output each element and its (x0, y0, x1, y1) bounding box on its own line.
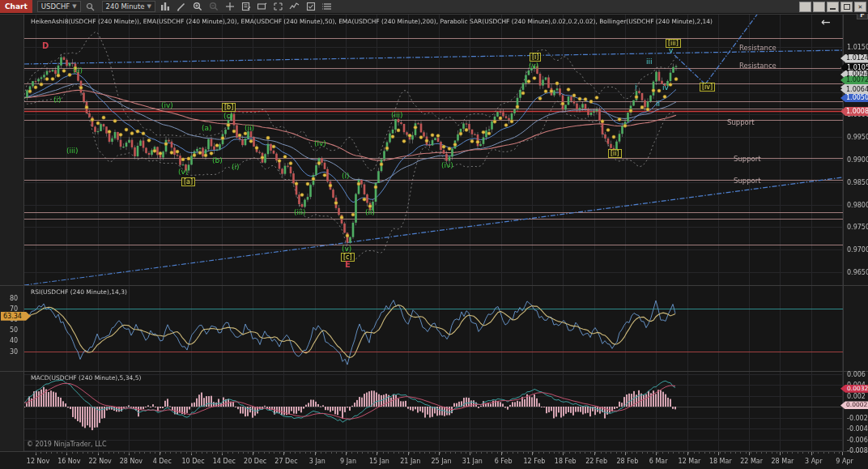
instrument-label: USDCHF (41, 2, 70, 11)
crosshair-icon[interactable] (223, 2, 236, 12)
wave-label-v: (v) (342, 245, 351, 253)
back-arrow-icon[interactable]: ← (821, 16, 831, 28)
zoom-out-icon[interactable] (207, 2, 220, 12)
price-badge: 1.00084 (840, 107, 868, 116)
wave-label-iii: [iii] (666, 39, 681, 48)
macd-panel-label: MACD(USDCHF (240 Minute),5,34,5) (31, 374, 141, 382)
time-axis-tick: 9 Apr (831, 458, 858, 465)
wave-label-iv: (iv) (441, 162, 453, 169)
wave-label-i: (i) (232, 164, 240, 171)
interval-label: 240 Minute (106, 2, 145, 11)
time-axis-tick: 31 Jan (458, 458, 486, 465)
chevron-down-icon: ▼ (72, 2, 76, 11)
chevron-down-icon: ▼ (147, 2, 151, 11)
rsi-axis-tick: 30 (10, 348, 18, 356)
dock-button[interactable] (799, 2, 811, 12)
snapshot-icon[interactable] (272, 2, 285, 12)
wave-label-v: v (669, 47, 673, 54)
properties-icon[interactable] (321, 2, 334, 12)
wave-label-i: [i] (530, 53, 541, 62)
resistance-label: Resistance (739, 62, 777, 70)
price-axis-tick: 0.98000 (847, 202, 868, 209)
time-axis-tick: 4 Dec (148, 458, 176, 465)
time-axis-tick: 27 Dec (272, 458, 300, 465)
chart-style-icon[interactable] (159, 2, 172, 12)
search-icon[interactable] (84, 2, 97, 12)
wave-label-a: (a) (202, 125, 212, 132)
macd-axis-tick: -0.008 (847, 447, 868, 454)
support-label: Support (727, 118, 755, 126)
indicator-bar: HeikenAshi8(USDCHF (240 Minute)), EMA(US… (31, 18, 713, 25)
price-axis-tick: 0.99500 (847, 134, 868, 141)
wave-label-iii: (iii) (66, 147, 79, 155)
draw-icon[interactable] (175, 2, 188, 12)
wave-label-iii: (iii) (294, 209, 306, 216)
wave-label-i: (i) (53, 96, 62, 104)
time-axis-tick: 18 Feb (551, 458, 579, 465)
interval-dropdown[interactable]: 240 Minute ▼ (102, 1, 155, 12)
rsi-value-badge: 63.34 (1, 312, 31, 321)
close-button[interactable]: ✕ (854, 2, 866, 12)
rsi-axis-tick: 50 (10, 326, 18, 334)
price-axis-tick: 1.01500 (847, 44, 868, 51)
price-axis-tick: 0.98500 (847, 179, 868, 186)
support-label: Support (734, 177, 761, 185)
time-axis-tick: 28 Nov (117, 458, 145, 465)
chart-tab[interactable]: Chart (0, 0, 32, 13)
wave-label-ii: ii (656, 100, 660, 108)
rsi-axis-tick: 40 (10, 337, 18, 344)
wave-label-D: D (42, 42, 49, 49)
wave-label-v: (v) (529, 62, 538, 70)
time-axis-tick: 28 Feb (614, 458, 641, 465)
time-axis-tick: 22 Nov (87, 458, 114, 465)
wave-label-a: [a] (181, 177, 195, 186)
price-badge: 1.01242 (840, 54, 868, 62)
time-axis-tick: 12 Mar (676, 458, 704, 465)
restore-button[interactable] (840, 2, 853, 12)
time-axis-tick: 15 Jan (365, 458, 393, 465)
instrument-dropdown[interactable]: USDCHF ▼ (37, 1, 81, 12)
zoom-in-icon[interactable] (191, 2, 204, 12)
price-badge: 1.00645 (840, 86, 868, 94)
dock2-button[interactable] (813, 2, 825, 12)
macd-axis-tick: -0.004 (847, 425, 868, 433)
window-controls: ✕ (799, 2, 866, 12)
time-axis-tick: 12 Feb (521, 458, 548, 465)
macd-value-badge: 0.00329 (840, 385, 868, 393)
wave-label-ii: (ii) (245, 125, 254, 132)
price-axis-tick: 0.99000 (847, 156, 868, 164)
price-badge: 1.00720 (840, 76, 868, 84)
time-axis-tick: 16 Nov (55, 458, 83, 465)
time-axis-tick: 9 Jan (334, 458, 362, 465)
strategies-icon[interactable] (304, 2, 317, 12)
rsi-panel-label: RSI(USDCHF (240 Minute),14,3) (31, 288, 127, 296)
data-box-icon[interactable] (240, 2, 253, 12)
chart-canvas[interactable] (0, 0, 868, 469)
indicators-icon[interactable] (288, 2, 301, 12)
macd-value-badge: 0.000231 (840, 401, 868, 409)
wave-label-iv: (iv) (314, 140, 326, 147)
wave-label-i: (i) (342, 173, 350, 180)
alert-icon[interactable] (256, 2, 269, 12)
time-axis-tick: 3 Apr (800, 458, 828, 465)
wave-label-iv: iv (662, 84, 669, 92)
time-axis-tick: 20 Dec (241, 458, 269, 465)
price-axis-tick: 0.97500 (847, 224, 868, 231)
time-axis-tick: 21 Jan (397, 458, 424, 465)
time-axis-tick: 25 Jan (428, 458, 455, 465)
support-label: Support (734, 155, 761, 163)
time-axis-tick: 6 Mar (645, 458, 672, 465)
macd-axis-tick: -0.006 (847, 437, 868, 444)
time-axis-tick: 6 Feb (490, 458, 517, 465)
rsi-axis-tick: 70 (10, 305, 18, 313)
time-axis-tick: 22 Mar (738, 458, 765, 465)
time-axis-tick: 22 Feb (583, 458, 611, 465)
time-axis-tick: 18 Mar (707, 458, 734, 465)
rsi-axis-tick: 80 (10, 295, 18, 302)
time-axis-tick: 3 Jan (304, 458, 331, 465)
title-bar: Chart USDCHF ▼ 240 Minute ▼ (0, 0, 868, 14)
wave-label-v: (v) (178, 168, 188, 176)
price-axis-tick: 0.97000 (847, 246, 868, 254)
minimize-button[interactable] (827, 2, 839, 12)
wave-label-ii: (ii) (365, 209, 375, 216)
